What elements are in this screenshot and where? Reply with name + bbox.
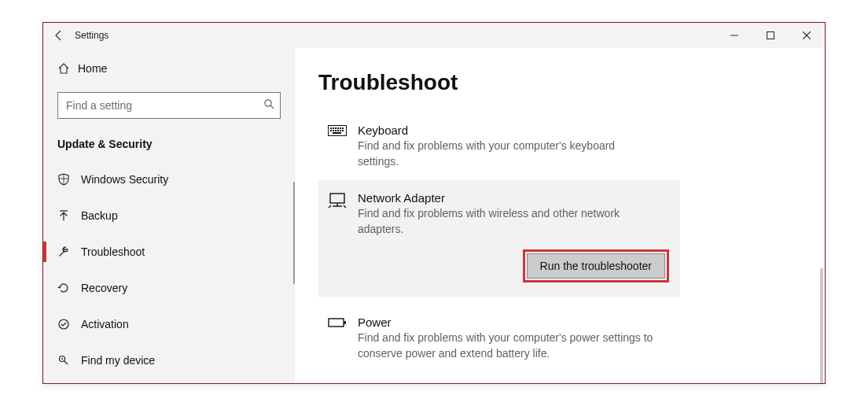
troubleshooter-network-adapter[interactable]: Network Adapter Find and fix problems wi… <box>318 180 680 297</box>
troubleshooter-desc: Find and fix problems with wireless and … <box>358 206 657 237</box>
sidebar-item-windows-security[interactable]: Windows Security <box>43 161 295 197</box>
sidebar-item-recovery[interactable]: Recovery <box>43 270 295 306</box>
back-arrow-icon <box>53 29 65 42</box>
troubleshooter-title: Keyboard <box>358 124 657 137</box>
svg-rect-21 <box>333 130 334 131</box>
svg-rect-23 <box>337 130 339 131</box>
home-label: Home <box>78 62 107 75</box>
svg-rect-24 <box>340 130 341 131</box>
settings-window: Settings Home <box>42 22 826 384</box>
network-adapter-icon <box>328 191 347 282</box>
troubleshooter-title: Network Adapter <box>358 191 671 205</box>
keyboard-icon <box>328 124 347 169</box>
svg-rect-14 <box>330 127 332 129</box>
svg-line-5 <box>270 105 274 109</box>
location-icon <box>57 354 81 367</box>
titlebar: Settings <box>43 23 825 48</box>
svg-rect-19 <box>342 127 344 129</box>
power-icon <box>328 316 347 361</box>
sidebar-home[interactable]: Home <box>43 54 295 83</box>
sidebar-item-label: Windows Security <box>81 173 168 186</box>
svg-rect-30 <box>329 319 344 327</box>
app-title: Settings <box>75 30 108 41</box>
caption-buttons <box>716 23 825 48</box>
svg-rect-18 <box>340 127 341 129</box>
troubleshooter-desc: Find and fix problems with your computer… <box>358 330 657 361</box>
troubleshooter-keyboard[interactable]: Keyboard Find and fix problems with your… <box>318 113 680 180</box>
troubleshooter-title: Power <box>358 316 657 329</box>
sidebar-item-backup[interactable]: Backup <box>43 197 295 234</box>
sidebar-item-label: Find my device <box>81 354 155 367</box>
close-icon <box>803 31 811 39</box>
sidebar-item-troubleshoot[interactable]: Troubleshoot <box>43 234 295 270</box>
category-header: Update & Security <box>43 133 295 161</box>
svg-point-4 <box>265 100 271 106</box>
svg-rect-25 <box>342 130 344 131</box>
svg-rect-31 <box>344 321 346 324</box>
svg-rect-1 <box>767 32 774 39</box>
search-wrap <box>57 92 281 119</box>
minimize-button[interactable] <box>716 23 752 48</box>
main-scrollbar[interactable] <box>820 268 823 383</box>
search-input[interactable] <box>57 92 281 119</box>
troubleshooter-desc: Find and fix problems with your computer… <box>358 138 657 169</box>
sidebar-item-label: Troubleshoot <box>81 245 145 258</box>
svg-rect-15 <box>333 127 334 129</box>
page-title: Troubleshoot <box>318 70 801 95</box>
wrench-icon <box>57 245 81 258</box>
svg-rect-22 <box>335 130 337 131</box>
troubleshooter-program-compatibility[interactable]: Program Compatibility Troubleshooter Fin… <box>318 373 680 383</box>
home-icon <box>57 62 78 75</box>
sidebar-item-label: Recovery <box>81 282 127 294</box>
svg-point-11 <box>61 358 63 360</box>
svg-rect-16 <box>335 127 337 129</box>
close-button[interactable] <box>789 23 825 48</box>
svg-point-9 <box>59 319 68 329</box>
sidebar-item-label: Backup <box>81 209 118 222</box>
sidebar-item-label: Activation <box>81 318 129 330</box>
svg-rect-27 <box>330 194 344 203</box>
back-button[interactable] <box>43 23 75 48</box>
sidebar: Home Update & Security Windows Security <box>43 48 295 383</box>
recovery-icon <box>57 282 81 294</box>
run-troubleshooter-button[interactable]: Run the troubleshooter <box>527 253 665 279</box>
svg-rect-26 <box>333 132 341 134</box>
troubleshooter-power[interactable]: Power Find and fix problems with your co… <box>318 304 680 372</box>
window-body: Home Update & Security Windows Security <box>43 48 825 383</box>
check-circle-icon <box>57 318 81 330</box>
minimize-icon <box>730 31 738 39</box>
maximize-icon <box>767 31 774 39</box>
main-pane: Troubleshoot Keyboard Find and fix probl… <box>295 48 825 383</box>
sidebar-item-find-my-device[interactable]: Find my device <box>43 342 295 378</box>
shield-icon <box>57 173 81 186</box>
maximize-button[interactable] <box>752 23 789 48</box>
sidebar-item-activation[interactable]: Activation <box>43 306 295 342</box>
backup-icon <box>57 209 81 222</box>
svg-line-12 <box>64 361 68 364</box>
svg-rect-17 <box>337 127 339 129</box>
svg-rect-20 <box>330 130 332 131</box>
search-icon <box>263 98 274 113</box>
run-button-highlight: Run the troubleshooter <box>523 249 669 282</box>
